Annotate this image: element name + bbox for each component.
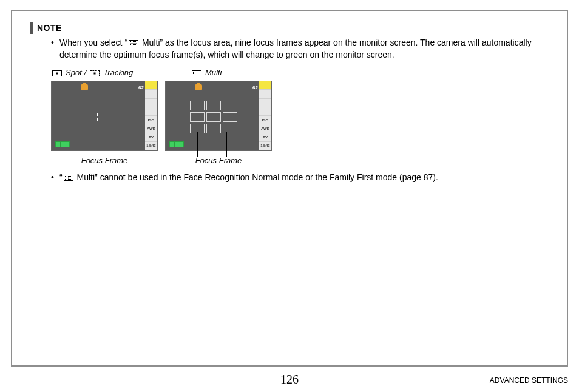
label-tracking: Tracking — [103, 68, 133, 77]
screen-spot: 62 ISO AWB EV 18:43 — [51, 81, 158, 151]
sidebar-item-time: 18:43 — [145, 142, 157, 150]
screen-sidebar: ISO AWB EV 18:43 — [259, 81, 271, 150]
note-title: NOTE — [37, 23, 62, 33]
text-pre: “ — [59, 172, 63, 182]
leader-line — [92, 121, 92, 157]
diagram-label-multi: Multi — [191, 68, 222, 77]
screen-topbar: 62 — [169, 84, 258, 91]
sidebar-item — [145, 81, 157, 90]
bullet-dot: • — [51, 171, 59, 183]
sidebar-item-ev: EV — [145, 133, 157, 142]
sidebar-item-time: 18:43 — [259, 142, 271, 150]
frame-label-multi: Focus Frame — [165, 156, 272, 165]
screen-topbar: 62 — [55, 84, 144, 91]
sidebar-item-awb: AWB — [259, 124, 271, 133]
note-accent-bar — [30, 22, 33, 34]
screen-sidebar: ISO AWB EV 18:43 — [145, 81, 157, 150]
multi-grid-icon — [192, 70, 201, 76]
sidebar-item — [259, 107, 271, 116]
battery-icon — [169, 141, 184, 147]
shot-counter: 62 — [252, 85, 258, 90]
screens-row: 62 ISO AWB EV 18:43 — [51, 81, 549, 151]
page-number: 126 — [262, 370, 317, 388]
bullet-text: “ Multi” cannot be used in the Face Reco… — [59, 171, 438, 183]
bullet-text: When you select “ Multi” as the focus ar… — [59, 36, 549, 61]
sidebar-item — [145, 99, 157, 107]
section-name: ADVANCED SETTINGS — [490, 376, 568, 385]
camera-icon — [81, 84, 88, 90]
note-block: NOTE • When you select “ Multi” as the f… — [30, 22, 549, 183]
sidebar-item-iso: ISO — [145, 116, 157, 124]
diagram-labels-row: Spot / Tracking Multi — [51, 68, 549, 77]
focus-frame-multi — [190, 101, 237, 133]
label-sep: / — [84, 68, 87, 77]
note-bullet-1: • When you select “ Multi” as the focus … — [51, 36, 549, 61]
note-bullets-2: • “ Multi” cannot be used in the Face Re… — [51, 171, 549, 183]
label-multi: Multi — [205, 68, 222, 77]
leader-line — [226, 132, 227, 157]
screen-multi: 62 ISO AWB EV 18:43 — [165, 81, 272, 151]
sidebar-item-iso: ISO — [259, 116, 271, 124]
tracking-icon — [90, 70, 100, 76]
bullet-dot: • — [51, 36, 59, 61]
sidebar-item — [145, 90, 157, 98]
diagram-area: Spot / Tracking Multi 62 — [51, 68, 549, 165]
note-bullet-2: • “ Multi” cannot be used in the Face Re… — [51, 171, 549, 183]
note-heading: NOTE — [30, 22, 549, 34]
leader-line — [197, 132, 198, 157]
multi-grid-icon — [129, 40, 138, 46]
frame-labels-row: Focus Frame Focus Frame — [51, 156, 549, 165]
sidebar-item-awb: AWB — [145, 124, 157, 133]
sidebar-item — [259, 99, 271, 107]
multi-grid-icon — [64, 175, 73, 181]
diagram-label-spot-tracking: Spot / Tracking — [51, 68, 172, 77]
camera-icon — [195, 84, 202, 90]
battery-icon — [55, 141, 70, 147]
label-spot: Spot — [66, 68, 82, 77]
page-content-frame: NOTE • When you select “ Multi” as the f… — [11, 10, 568, 367]
text-post: Multi” cannot be used in the Face Recogn… — [75, 172, 438, 182]
page-footer: 126 ADVANCED SETTINGS — [11, 368, 568, 388]
spot-icon — [52, 70, 62, 76]
leader-line — [197, 157, 226, 157]
note-bullets: • When you select “ Multi” as the focus … — [51, 36, 549, 61]
text-pre: When you select “ — [59, 38, 127, 47]
frame-label-spot: Focus Frame — [51, 156, 158, 165]
sidebar-item-ev: EV — [259, 133, 271, 142]
sidebar-item — [259, 81, 271, 90]
focus-frame-single — [87, 113, 98, 121]
shot-counter: 62 — [138, 85, 144, 90]
sidebar-item — [259, 90, 271, 98]
sidebar-item — [145, 107, 157, 116]
